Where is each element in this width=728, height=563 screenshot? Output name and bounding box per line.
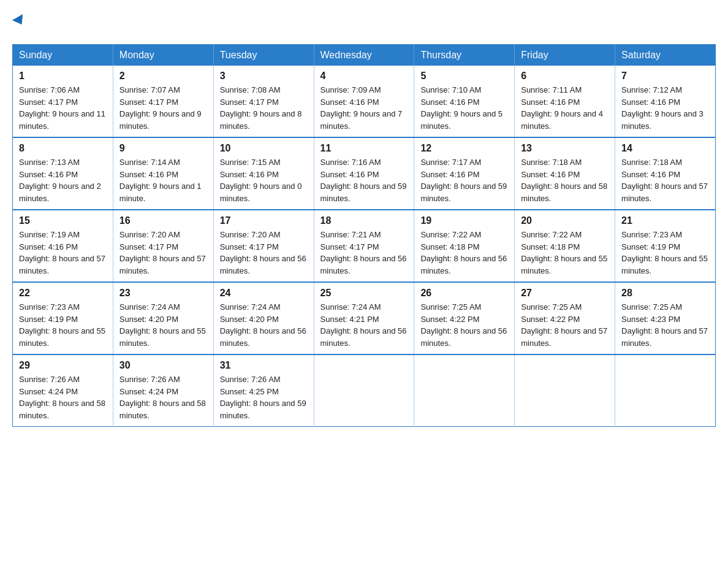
sunrise-label: Sunrise: — [320, 302, 350, 312]
day-number: 29 — [19, 360, 107, 371]
day-cell-31: 31 Sunrise: 7:26 AM Sunset: 4:25 PM Dayl… — [213, 354, 314, 427]
day-number: 25 — [320, 288, 408, 299]
day-number: 4 — [320, 71, 408, 82]
sunset-label: Sunset: — [521, 242, 548, 251]
day-info: Sunrise: 7:17 AM Sunset: 4:16 PM Dayligh… — [420, 156, 508, 204]
sunrise-label: Sunrise: — [119, 302, 149, 312]
sunrise-label: Sunrise: — [220, 230, 249, 239]
daylight-label: Daylight: — [19, 326, 50, 335]
week-row-5: 29 Sunrise: 7:26 AM Sunset: 4:24 PM Dayl… — [13, 354, 716, 427]
sunrise-label: Sunrise: — [621, 85, 651, 94]
day-cell-6: 6 Sunrise: 7:11 AM Sunset: 4:16 PM Dayli… — [515, 66, 615, 137]
sunset-label: Sunset: — [19, 242, 46, 251]
day-cell-2: 2 Sunrise: 7:07 AM Sunset: 4:17 PM Dayli… — [113, 66, 213, 137]
day-info: Sunrise: 7:25 AM Sunset: 4:23 PM Dayligh… — [621, 301, 709, 349]
sunset-label: Sunset: — [119, 170, 146, 179]
day-info: Sunrise: 7:25 AM Sunset: 4:22 PM Dayligh… — [521, 301, 609, 349]
sunset-label: Sunset: — [521, 315, 548, 324]
sunset-label: Sunset: — [320, 170, 347, 179]
day-info: Sunrise: 7:18 AM Sunset: 4:16 PM Dayligh… — [521, 156, 609, 204]
day-info: Sunrise: 7:24 AM Sunset: 4:20 PM Dayligh… — [220, 301, 308, 349]
week-row-4: 22 Sunrise: 7:23 AM Sunset: 4:19 PM Dayl… — [13, 282, 716, 354]
daylight-label: Daylight: — [320, 109, 352, 118]
day-info: Sunrise: 7:14 AM Sunset: 4:16 PM Dayligh… — [119, 156, 207, 204]
sunrise-label: Sunrise: — [220, 85, 249, 94]
day-info: Sunrise: 7:12 AM Sunset: 4:16 PM Dayligh… — [621, 84, 709, 132]
daylight-label: Daylight: — [320, 326, 352, 335]
day-cell-26: 26 Sunrise: 7:25 AM Sunset: 4:22 PM Dayl… — [414, 282, 515, 354]
sunrise-label: Sunrise: — [320, 158, 350, 167]
sunrise-label: Sunrise: — [420, 302, 450, 312]
day-info: Sunrise: 7:20 AM Sunset: 4:17 PM Dayligh… — [220, 229, 308, 277]
day-number: 14 — [621, 143, 709, 154]
logo-triangle-icon — [12, 14, 27, 28]
sunset-label: Sunset: — [420, 98, 447, 107]
sunset-label: Sunset: — [621, 242, 648, 251]
day-number: 7 — [621, 71, 709, 82]
sunset-label: Sunset: — [119, 315, 146, 324]
day-cell-12: 12 Sunrise: 7:17 AM Sunset: 4:16 PM Dayl… — [414, 137, 515, 210]
sunrise-label: Sunrise: — [119, 158, 149, 167]
daylight-label: Daylight: — [220, 254, 251, 263]
day-info: Sunrise: 7:08 AM Sunset: 4:17 PM Dayligh… — [220, 84, 308, 132]
day-number: 3 — [220, 71, 308, 82]
sunrise-label: Sunrise: — [119, 85, 149, 94]
day-number: 28 — [621, 288, 709, 299]
day-info: Sunrise: 7:16 AM Sunset: 4:16 PM Dayligh… — [320, 156, 408, 204]
day-cell-21: 21 Sunrise: 7:23 AM Sunset: 4:19 PM Dayl… — [615, 210, 716, 282]
day-info: Sunrise: 7:20 AM Sunset: 4:17 PM Dayligh… — [119, 229, 207, 277]
day-number: 20 — [521, 215, 609, 226]
daylight-label: Daylight: — [320, 182, 352, 191]
daylight-label: Daylight: — [19, 254, 50, 263]
day-cell-9: 9 Sunrise: 7:14 AM Sunset: 4:16 PM Dayli… — [113, 137, 213, 210]
day-cell-27: 27 Sunrise: 7:25 AM Sunset: 4:22 PM Dayl… — [515, 282, 615, 354]
sunrise-label: Sunrise: — [521, 85, 550, 94]
weekday-header-friday: Friday — [515, 45, 615, 66]
sunset-label: Sunset: — [621, 98, 648, 107]
day-cell-14: 14 Sunrise: 7:18 AM Sunset: 4:16 PM Dayl… — [615, 137, 716, 210]
daylight-label: Daylight: — [220, 399, 251, 408]
day-info: Sunrise: 7:15 AM Sunset: 4:16 PM Dayligh… — [220, 156, 308, 204]
day-info: Sunrise: 7:24 AM Sunset: 4:20 PM Dayligh… — [119, 301, 207, 349]
day-cell-13: 13 Sunrise: 7:18 AM Sunset: 4:16 PM Dayl… — [515, 137, 615, 210]
day-cell-18: 18 Sunrise: 7:21 AM Sunset: 4:17 PM Dayl… — [314, 210, 414, 282]
day-info: Sunrise: 7:07 AM Sunset: 4:17 PM Dayligh… — [119, 84, 207, 132]
sunset-label: Sunset: — [320, 315, 347, 324]
daylight-label: Daylight: — [19, 109, 50, 118]
daylight-label: Daylight: — [521, 182, 552, 191]
day-number: 31 — [220, 360, 308, 371]
sunrise-label: Sunrise: — [621, 158, 651, 167]
day-number: 15 — [19, 215, 107, 226]
sunrise-label: Sunrise: — [621, 230, 651, 239]
sunrise-label: Sunrise: — [420, 85, 450, 94]
empty-cell-4-5 — [515, 354, 615, 427]
day-info: Sunrise: 7:26 AM Sunset: 4:24 PM Dayligh… — [19, 373, 107, 421]
day-number: 6 — [521, 71, 609, 82]
day-cell-17: 17 Sunrise: 7:20 AM Sunset: 4:17 PM Dayl… — [213, 210, 314, 282]
sunset-label: Sunset: — [220, 315, 247, 324]
day-cell-8: 8 Sunrise: 7:13 AM Sunset: 4:16 PM Dayli… — [13, 137, 113, 210]
daylight-label: Daylight: — [521, 326, 552, 335]
day-number: 10 — [220, 143, 308, 154]
sunrise-label: Sunrise: — [119, 230, 149, 239]
day-info: Sunrise: 7:23 AM Sunset: 4:19 PM Dayligh… — [19, 301, 107, 349]
day-number: 27 — [521, 288, 609, 299]
day-number: 12 — [420, 143, 508, 154]
day-number: 13 — [521, 143, 609, 154]
day-info: Sunrise: 7:21 AM Sunset: 4:17 PM Dayligh… — [320, 229, 408, 277]
day-info: Sunrise: 7:09 AM Sunset: 4:16 PM Dayligh… — [320, 84, 408, 132]
day-info: Sunrise: 7:11 AM Sunset: 4:16 PM Dayligh… — [521, 84, 609, 132]
sunset-label: Sunset: — [220, 98, 247, 107]
day-cell-7: 7 Sunrise: 7:12 AM Sunset: 4:16 PM Dayli… — [615, 66, 716, 137]
day-info: Sunrise: 7:23 AM Sunset: 4:19 PM Dayligh… — [621, 229, 709, 277]
sunrise-label: Sunrise: — [420, 230, 450, 239]
day-cell-24: 24 Sunrise: 7:24 AM Sunset: 4:20 PM Dayl… — [213, 282, 314, 354]
sunset-label: Sunset: — [521, 170, 548, 179]
day-cell-4: 4 Sunrise: 7:09 AM Sunset: 4:16 PM Dayli… — [314, 66, 414, 137]
day-cell-22: 22 Sunrise: 7:23 AM Sunset: 4:19 PM Dayl… — [13, 282, 113, 354]
daylight-label: Daylight: — [19, 399, 50, 408]
sunset-label: Sunset: — [19, 387, 46, 396]
daylight-label: Daylight: — [521, 254, 552, 263]
sunrise-label: Sunrise: — [220, 302, 249, 312]
day-number: 5 — [420, 71, 508, 82]
